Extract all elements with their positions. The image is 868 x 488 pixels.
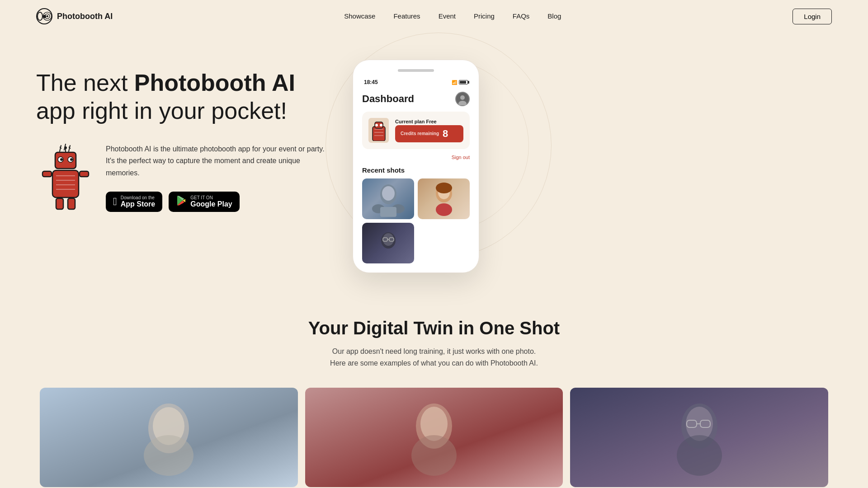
nav-item-pricing[interactable]: Pricing [474, 12, 495, 20]
credits-number: 8 [443, 128, 448, 140]
navbar: Photobooth AI Showcase Features Event Pr… [0, 0, 868, 33]
hero-robot-area: Photobooth AI is the ultimate photobooth… [36, 143, 335, 212]
phone-dashboard-title: Dashboard [362, 93, 414, 105]
recent-shots-title: Recent shots [362, 166, 470, 174]
login-button[interactable]: Login [793, 9, 832, 24]
section-title: Your Digital Twin in One Shot [36, 318, 832, 338]
plan-label: Current plan Free [395, 119, 463, 124]
strip-image-2 [305, 388, 563, 487]
phone-avatar[interactable] [455, 92, 470, 106]
nav-item-event[interactable]: Event [439, 12, 456, 20]
hero-description: Photobooth AI is the ultimate photobooth… [106, 143, 335, 212]
strip-image-1 [40, 388, 298, 487]
shots-grid [362, 178, 470, 263]
svg-point-25 [460, 95, 465, 100]
svg-rect-38 [380, 207, 396, 217]
svg-point-53 [411, 435, 457, 476]
google-play-pretext: GET IT ON [190, 195, 232, 200]
sign-out-link[interactable]: Sign out [362, 155, 470, 160]
svg-rect-22 [56, 198, 63, 209]
section-desc-line2: Here are some examples of what you can d… [36, 357, 832, 369]
plan-info: Current plan Free Credits remaining 8 [395, 119, 463, 142]
status-icons: 📶 [452, 80, 468, 85]
hero-title-bold: Photobooth AI [134, 70, 295, 96]
shot-girl[interactable] [418, 178, 470, 219]
hero-title-end: app right in your pocket! [36, 98, 287, 124]
phone-dashboard-header: Dashboard [362, 92, 470, 106]
svg-point-29 [375, 124, 378, 127]
svg-point-41 [436, 183, 452, 193]
store-buttons:  Download on the App Store [106, 192, 335, 212]
app-store-title: App Store [121, 200, 155, 208]
nav-item-blog[interactable]: Blog [547, 12, 561, 20]
section-desc-line1: Our app doesn't need long training, it j… [36, 346, 832, 357]
logo-icon [36, 8, 52, 24]
svg-rect-23 [68, 198, 75, 209]
phone-plan-card: Current plan Free Credits remaining 8 [362, 112, 470, 149]
nav-item-showcase[interactable]: Showcase [344, 12, 375, 20]
svg-rect-15 [52, 170, 79, 197]
svg-point-50 [144, 435, 193, 476]
plan-label-text: Current plan [395, 119, 426, 124]
logo-text: Photobooth AI [57, 12, 113, 21]
app-store-pretext: Download on the [121, 195, 155, 200]
hero-title: The next Photobooth AIapp right in your … [36, 69, 335, 125]
svg-point-42 [436, 203, 452, 216]
nav-item-features[interactable]: Features [393, 12, 420, 20]
google-play-title: Google Play [190, 200, 232, 208]
play-store-icon [176, 195, 187, 208]
svg-point-30 [380, 124, 382, 127]
plan-name: Free [426, 119, 436, 124]
battery-icon [459, 80, 468, 84]
phone-notch [398, 69, 434, 72]
logo[interactable]: Photobooth AI [36, 8, 113, 24]
hero-right: 18:45 📶 Dashboard [335, 60, 524, 273]
credits-remaining-label: Credits remaining [401, 131, 439, 136]
credits-badge: Credits remaining 8 [395, 125, 463, 142]
apple-icon:  [113, 196, 117, 207]
wifi-icon: 📶 [452, 80, 457, 85]
svg-point-2 [46, 15, 48, 17]
svg-point-12 [70, 158, 73, 161]
svg-rect-20 [42, 171, 52, 177]
svg-point-35 [382, 186, 395, 201]
nav-item-faqs[interactable]: FAQs [513, 12, 530, 20]
svg-point-10 [60, 158, 63, 161]
strip-image-3 [570, 388, 828, 487]
svg-point-14 [64, 146, 67, 149]
svg-rect-21 [80, 171, 89, 177]
hero-section: The next Photobooth AIapp right in your … [0, 33, 868, 291]
google-play-button[interactable]: GET IT ON Google Play [169, 192, 239, 212]
phone-robot-thumb [368, 118, 389, 143]
hero-title-normal: The next [36, 70, 134, 96]
shot-warrior[interactable] [362, 178, 414, 219]
hero-desc-text: Photobooth AI is the ultimate photobooth… [106, 143, 335, 179]
shot-portrait[interactable] [362, 223, 414, 263]
nav-links: Showcase Features Event Pricing FAQs Blo… [344, 12, 561, 20]
hero-left: The next Photobooth AIapp right in your … [36, 60, 335, 212]
phone-time: 18:45 [364, 79, 378, 85]
phone-mockup: 18:45 📶 Dashboard [353, 60, 479, 273]
svg-point-59 [677, 435, 722, 476]
image-strip [36, 388, 832, 487]
digital-twin-section: Your Digital Twin in One Shot Our app do… [0, 291, 868, 488]
robot-illustration [36, 143, 95, 211]
phone-status-bar: 18:45 📶 [362, 79, 470, 85]
app-store-button[interactable]:  Download on the App Store [106, 192, 162, 212]
svg-rect-27 [373, 127, 385, 141]
